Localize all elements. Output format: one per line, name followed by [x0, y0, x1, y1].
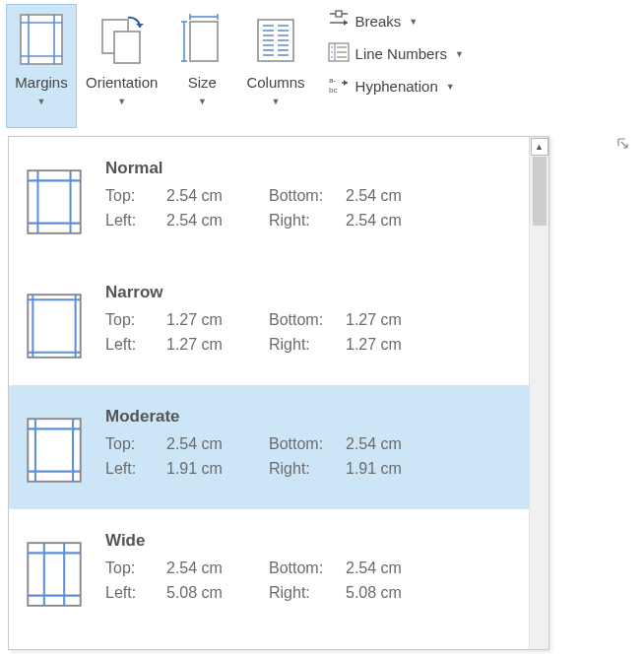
orientation-label: Orientation — [86, 74, 158, 91]
columns-button[interactable]: Columns ▼ — [237, 4, 313, 128]
bottom-label: Bottom: — [269, 432, 346, 457]
dropdown-arrow-icon: ▼ — [117, 97, 126, 106]
size-icon — [180, 11, 224, 68]
columns-label: Columns — [246, 74, 304, 91]
top-label: Top: — [105, 432, 166, 457]
dropdown-arrow-icon: ▼ — [272, 97, 281, 106]
bottom-value: 1.27 cm — [346, 308, 422, 333]
svg-rect-8 — [190, 22, 218, 61]
hyphenation-icon: a- bc — [328, 75, 350, 98]
dropdown-arrow-icon: ▼ — [446, 82, 455, 92]
ribbon: Margins ▼ Orientation ▼ — [0, 0, 644, 136]
top-value: 1.27 cm — [166, 308, 255, 333]
left-label: Left: — [105, 333, 166, 358]
svg-rect-6 — [114, 32, 140, 63]
left-label: Left: — [105, 457, 166, 482]
svg-rect-32 — [336, 11, 342, 17]
svg-text:bc: bc — [329, 86, 337, 95]
svg-marker-34 — [344, 20, 348, 26]
scroll-thumb[interactable] — [533, 157, 547, 226]
left-value: 1.27 cm — [166, 333, 255, 358]
svg-marker-45 — [344, 80, 348, 86]
line-numbers-label: Line Numbers — [355, 45, 447, 62]
top-value: 2.54 cm — [166, 432, 255, 457]
margin-preset-icon — [27, 413, 82, 488]
left-value: 2.54 cm — [166, 209, 255, 233]
bottom-value: 2.54 cm — [346, 184, 422, 209]
svg-marker-7 — [136, 24, 144, 28]
breaks-icon — [328, 10, 350, 33]
margin-preset-icon — [27, 289, 82, 363]
margins-button[interactable]: Margins ▼ — [6, 4, 77, 128]
size-label: Size — [188, 74, 217, 91]
right-label: Right: — [269, 209, 346, 233]
margin-preset-text: Wide Top:2.54 cm Bottom:2.54 cm Left:5.0… — [105, 531, 511, 606]
svg-rect-51 — [28, 295, 80, 358]
margin-preset-icon — [27, 537, 82, 612]
margins-icon — [20, 11, 63, 68]
top-value: 2.54 cm — [166, 184, 255, 209]
orientation-button[interactable]: Orientation ▼ — [77, 4, 166, 128]
margins-dropdown: Normal Top:2.54 cm Bottom:2.54 cm Left:2… — [8, 136, 549, 650]
preset-name: Normal — [105, 159, 511, 178]
size-button[interactable]: Size ▼ — [166, 4, 237, 128]
line-numbers-icon — [328, 42, 350, 65]
small-commands-group: Breaks ▼ Line Numbers ▼ — [320, 4, 472, 103]
dropdown-arrow-icon: ▼ — [455, 49, 464, 59]
top-label: Top: — [105, 308, 166, 333]
dialog-launcher-icon[interactable] — [616, 137, 630, 154]
right-label: Right: — [269, 457, 346, 482]
margin-preset-icon — [27, 164, 82, 239]
right-value: 2.54 cm — [346, 209, 422, 233]
left-label: Left: — [105, 209, 166, 233]
margin-preset-normal[interactable]: Normal Top:2.54 cm Bottom:2.54 cm Left:2… — [9, 137, 529, 261]
scroll-up-button[interactable]: ▲ — [531, 138, 548, 156]
right-value: 5.08 cm — [346, 581, 422, 606]
top-label: Top: — [105, 557, 166, 581]
margin-preset-wide[interactable]: Wide Top:2.54 cm Bottom:2.54 cm Left:5.0… — [9, 509, 529, 633]
margins-preset-list: Normal Top:2.54 cm Bottom:2.54 cm Left:2… — [9, 137, 529, 649]
orientation-icon — [98, 11, 146, 68]
left-value: 5.08 cm — [166, 581, 255, 606]
scrollbar[interactable]: ▲ — [529, 137, 548, 649]
top-value: 2.54 cm — [166, 557, 255, 581]
margin-preset-text: Narrow Top:1.27 cm Bottom:1.27 cm Left:1… — [105, 283, 511, 358]
breaks-button[interactable]: Breaks ▼ — [324, 8, 468, 34]
bottom-value: 2.54 cm — [346, 557, 422, 581]
dropdown-arrow-icon: ▼ — [409, 17, 418, 27]
left-value: 1.91 cm — [166, 457, 255, 482]
preset-name: Narrow — [105, 283, 511, 302]
bottom-label: Bottom: — [269, 184, 346, 209]
top-label: Top: — [105, 184, 166, 209]
margin-preset-text: Moderate Top:2.54 cm Bottom:2.54 cm Left… — [105, 407, 511, 482]
dropdown-arrow-icon: ▼ — [198, 97, 207, 106]
bottom-value: 2.54 cm — [346, 432, 422, 457]
hyphenation-label: Hyphenation — [355, 78, 438, 95]
margin-preset-text: Normal Top:2.54 cm Bottom:2.54 cm Left:2… — [105, 159, 511, 233]
columns-icon — [254, 11, 297, 68]
breaks-label: Breaks — [355, 13, 402, 30]
dropdown-arrow-icon: ▼ — [37, 97, 46, 106]
preset-name: Moderate — [105, 407, 511, 427]
bottom-label: Bottom: — [269, 308, 346, 333]
preset-name: Wide — [105, 531, 511, 551]
line-numbers-button[interactable]: Line Numbers ▼ — [324, 40, 468, 67]
margin-preset-moderate[interactable]: Moderate Top:2.54 cm Bottom:2.54 cm Left… — [9, 385, 529, 509]
left-label: Left: — [105, 581, 166, 606]
bottom-label: Bottom: — [269, 557, 346, 581]
margin-preset-narrow[interactable]: Narrow Top:1.27 cm Bottom:1.27 cm Left:1… — [9, 261, 529, 385]
right-label: Right: — [269, 581, 346, 606]
right-value: 1.91 cm — [346, 457, 422, 482]
right-label: Right: — [269, 333, 346, 358]
margins-label: Margins — [15, 74, 67, 91]
right-value: 1.27 cm — [346, 333, 422, 358]
hyphenation-button[interactable]: a- bc Hyphenation ▼ — [324, 73, 468, 99]
svg-text:a-: a- — [329, 76, 336, 85]
